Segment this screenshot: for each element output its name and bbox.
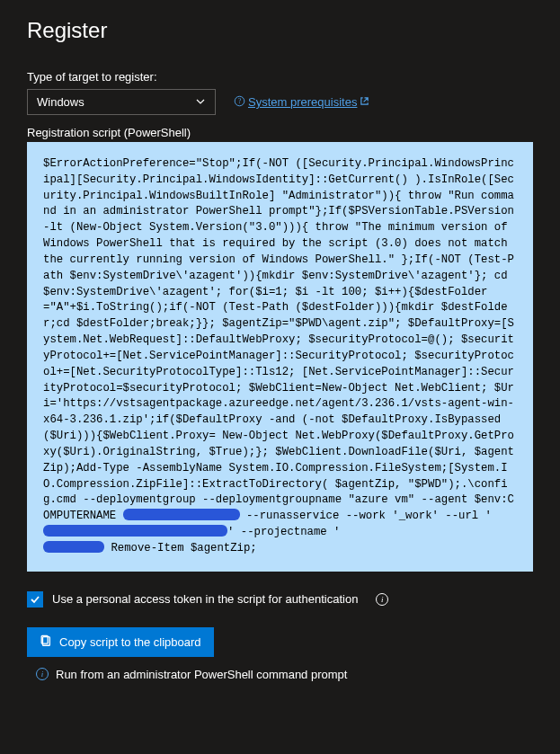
pat-checkbox-row: Use a personal access token in the scrip… [27,591,533,608]
system-prerequisites-link[interactable]: ? System prerequisites [234,95,369,110]
script-text-3: ' --projectname ' [227,526,340,538]
redacted-segment [43,541,104,553]
page-title: Register [27,18,533,43]
copy-button-label: Copy script to the clipboard [59,635,201,649]
info-icon[interactable]: i [376,593,388,606]
svg-text:?: ? [238,97,241,105]
script-text-4: Remove-Item $agentZip; [104,542,257,554]
target-type-row: Windows ? System prerequisites [27,89,533,115]
script-label: Registration script (PowerShell) [27,126,533,139]
pat-checkbox[interactable] [27,591,43,608]
question-icon: ? [234,95,245,110]
admin-hint-row: i Run from an administrator PowerShell c… [27,668,533,681]
pat-checkbox-label: Use a personal access token in the scrip… [52,592,358,606]
admin-hint-text: Run from an administrator PowerShell com… [56,668,347,681]
clipboard-icon [40,634,52,650]
target-type-label: Type of target to register: [27,70,533,84]
script-text-1: $ErrorActionPreference="Stop";If(-NOT ([… [43,157,520,522]
svg-rect-2 [43,636,50,645]
external-link-icon [360,96,369,108]
script-text-2: --runasservice --work '_work' --url ' [246,510,492,522]
copy-script-button[interactable]: Copy script to the clipboard [27,627,214,657]
checkmark-icon [30,594,40,605]
chevron-down-icon [195,96,206,109]
info-icon: i [36,668,49,680]
registration-script-box[interactable]: $ErrorActionPreference="Stop";If(-NOT ([… [27,142,533,572]
prerequisites-label: System prerequisites [248,95,357,109]
redacted-segment [43,525,227,537]
target-type-dropdown[interactable]: Windows [27,89,216,115]
target-type-value: Windows [37,95,84,109]
target-type-field: Type of target to register: Windows ? Sy… [27,70,533,115]
redacted-segment [123,509,240,520]
